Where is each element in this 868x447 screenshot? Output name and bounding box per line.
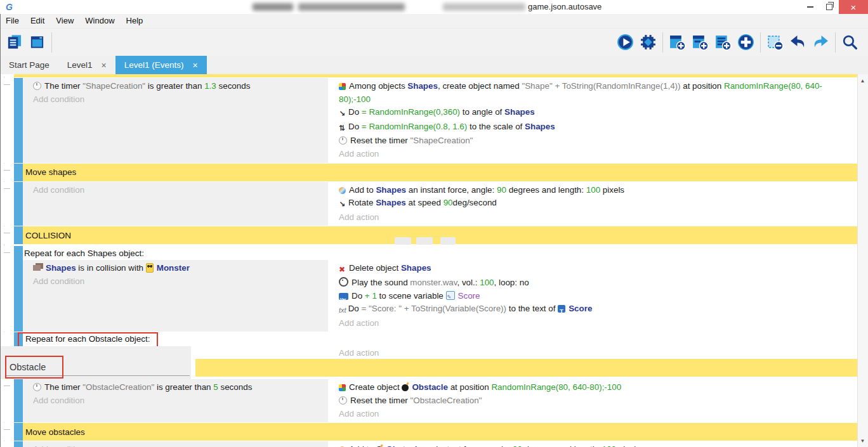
close-tab-icon[interactable]: × [193,60,198,70]
event-gutter [0,226,14,244]
redacted-title-segment [443,3,525,11]
add-condition[interactable]: Add condition [23,394,328,408]
comment-text: Move shapes [23,164,858,181]
event-marker-bar [14,441,23,447]
close-button[interactable]: × [839,0,868,14]
condition-row[interactable]: Shapes is in collision with Monster [23,262,328,275]
minimize-button[interactable] [801,0,820,14]
action-row[interactable]: Among objects Shapes, create object name… [329,80,858,106]
event-marker-bar [14,164,23,181]
event-block: The timer "ObstacleCreation" is greater … [0,379,858,422]
add-action[interactable]: Add action [329,408,858,421]
condition-row[interactable]: The timer "ObstacleCreation" is greater … [23,381,328,394]
event-gutter [0,423,14,441]
event-block: Repeat for each Shapes object:Shapes is … [0,246,858,332]
event-marker-bar [14,246,23,332]
text-object-icon [558,305,565,313]
actions-column: Add to Shapes an instant force, angle: 9… [329,182,858,226]
tab-label: Level1 [67,60,93,70]
angle-icon [339,198,346,211]
action-row[interactable]: Add to Obstacle an instant force, angle:… [329,443,858,447]
timer-icon [339,136,347,145]
action-row[interactable]: Add to Shapes an instant force, angle: 9… [329,184,858,197]
menu-edit[interactable]: Edit [25,14,50,28]
add-condition[interactable]: Add condition [23,184,328,197]
menu-help[interactable]: Help [121,14,149,28]
remove-event-icon[interactable] [766,34,784,51]
create-object-icon [339,83,346,90]
menu-file[interactable]: File [0,14,25,28]
event-block: Add conditionAdd to Obstacle an instant … [0,441,858,447]
play-icon[interactable] [617,34,634,51]
actions-column: Add to Obstacle an instant force, angle:… [329,441,858,447]
add-action[interactable]: Add action [329,211,858,224]
tab-level1[interactable]: Level1× [58,56,115,74]
timer-icon [33,82,41,90]
add-event-icon[interactable] [669,34,686,51]
add-action[interactable]: Add action [329,148,858,161]
scroll-down-icon[interactable]: ▼ [858,436,867,446]
action-row[interactable]: Do = RandomInRange(0.8, 1.6) to the scal… [329,120,858,135]
add-subevent-icon[interactable] [692,34,709,51]
action-row[interactable]: Reset the timer "ObstacleCreation" [329,394,858,408]
action-row[interactable]: Do = "Score: " + ToString(Variable(Score… [329,302,858,317]
scroll-up-icon[interactable]: ▲ [858,75,867,86]
search-icon[interactable] [841,34,858,51]
window-title: game.json.autosave [528,2,602,11]
action-row[interactable]: Create object Obstacle at position Rando… [329,381,858,394]
window-controls: × [801,0,868,14]
add-other-event-icon[interactable] [737,34,754,51]
conditions-column: Shapes is in collision with MonsterAdd c… [23,260,328,332]
repeat-event-header[interactable]: Repeat for each Shapes object: [23,246,858,260]
collision-icon [33,265,41,271]
menu-view[interactable]: View [50,14,79,28]
event-block-editing: Repeat for each Obstacle object:Obstacle… [0,332,858,379]
debug-icon[interactable] [640,34,657,51]
actions-column: Among objects Shapes, create object name… [329,78,858,163]
tab-start-page[interactable]: Start Page [0,56,58,74]
bomb-icon [402,384,409,391]
event-marker-bar [14,379,23,422]
empty-comment-row[interactable] [195,359,858,377]
undo-icon[interactable] [789,34,806,51]
tab-label: Start Page [9,60,49,70]
menu-window[interactable]: Window [79,14,120,28]
action-row[interactable]: Play the sound monster.wav, vol.: 100, l… [329,276,858,290]
tab-level1-events-[interactable]: Level1 (Events)× [115,56,207,74]
action-row[interactable]: Do = RandomInRange(0,360) to angle of Sh… [329,106,858,120]
event-gutter [0,164,14,181]
restore-button[interactable] [820,0,839,14]
action-row[interactable]: Do + 1 to scene variable Score [329,290,858,303]
event-gutter [0,379,14,422]
comment-row[interactable]: Move obstacles [0,423,858,441]
action-row[interactable]: Delete object Shapes [329,262,858,276]
title-bar: G game.json.autosave × [0,0,868,14]
redacted-title-segment [253,3,293,11]
redo-icon[interactable] [812,34,829,51]
action-row[interactable]: Reset the timer "ShapeCreation" [329,134,858,148]
tab-label: Level1 (Events) [124,60,184,70]
scene-window-icon[interactable] [29,34,46,51]
add-action[interactable]: Add action [339,348,379,358]
comment-row[interactable]: Move shapes [0,164,858,181]
conditions-column: The timer "ShapeCreation" is greater tha… [23,78,328,163]
add-condition[interactable]: Add condition [23,443,328,447]
object-name-editor: Obstacle [0,346,191,379]
vertical-scrollbar[interactable]: ▲ ▼ [857,74,868,447]
gdevelop-logo-icon: G [6,0,13,14]
redacted-title-segment [298,3,405,11]
event-block: Add conditionAdd to Shapes an instant fo… [0,182,858,226]
conditions-column: Add condition [23,441,328,447]
add-action[interactable]: Add action [329,317,858,330]
add-condition[interactable]: Add condition [23,93,328,107]
project-manager-icon[interactable] [6,34,23,51]
action-row[interactable]: Rotate Shapes at speed 90deg/second [329,197,858,211]
artifact-blob [440,237,456,245]
close-tab-icon[interactable]: × [102,60,107,70]
add-comment-icon[interactable] [714,34,732,51]
add-condition[interactable]: Add condition [23,275,328,288]
actions-column: Delete object ShapesPlay the sound monst… [329,260,858,332]
force-icon [339,187,346,194]
menu-bar: FileEditViewWindowHelp [0,14,868,29]
condition-row[interactable]: The timer "ShapeCreation" is greater tha… [23,80,328,93]
